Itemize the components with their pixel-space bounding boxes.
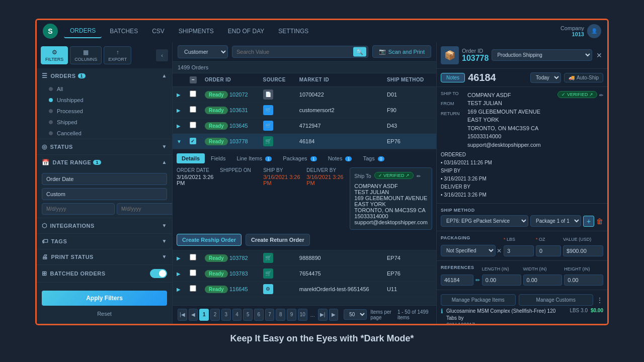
create-reship-btn[interactable]: Create Reship Order: [177, 234, 242, 246]
packaging-type-select[interactable]: Not Specified: [441, 245, 496, 256]
close-panel-btn[interactable]: ✕: [595, 50, 603, 60]
row-checkbox-4-checked[interactable]: ✓: [190, 138, 196, 144]
batched-orders-header[interactable]: ⊞ BATCHED ORDERS: [37, 265, 172, 282]
production-select[interactable]: Production Shipping: [492, 49, 592, 61]
export-btn[interactable]: ↑ EXPORT: [104, 46, 131, 64]
order-link-4[interactable]: 103778: [229, 138, 248, 144]
order-date-select[interactable]: Order Date: [42, 173, 167, 185]
filter-cancelled[interactable]: Cancelled: [37, 128, 172, 139]
expand-row-7[interactable]: ▶: [177, 287, 181, 292]
height-input[interactable]: [564, 275, 603, 286]
row-checkbox-1[interactable]: [190, 90, 196, 97]
length-input[interactable]: [482, 275, 521, 286]
columns-btn[interactable]: ▦ COLUMNS: [70, 46, 102, 64]
reset-btn[interactable]: Reset: [42, 309, 167, 319]
per-page-select[interactable]: 50: [344, 309, 367, 320]
row-checkbox-2[interactable]: [190, 106, 196, 113]
select-all-checkbox[interactable]: –: [190, 76, 197, 83]
nav-batches[interactable]: BATCHES: [104, 25, 144, 38]
date-to-input[interactable]: [117, 203, 173, 215]
width-input[interactable]: [523, 275, 562, 286]
page-2-btn[interactable]: 2: [210, 309, 220, 321]
filter-unshipped[interactable]: Unshipped: [37, 95, 172, 106]
page-7-btn[interactable]: 7: [265, 309, 275, 321]
page-last-btn[interactable]: ▶|: [318, 309, 328, 321]
more-options-btn[interactable]: ⋮: [596, 296, 603, 304]
order-link-2[interactable]: 103631: [229, 107, 248, 113]
apply-filters-btn[interactable]: Apply Filters: [42, 291, 167, 306]
tab-line-items[interactable]: Line Items 1: [231, 153, 277, 163]
integrations-header[interactable]: ⬡ INTEGRATIONS ▼: [37, 218, 172, 233]
tab-notes[interactable]: Notes 1: [323, 153, 357, 163]
expand-row-2[interactable]: ▶: [177, 108, 181, 113]
scan-print-btn[interactable]: 📷 Scan and Print: [372, 45, 431, 58]
order-link-3[interactable]: 103645: [229, 123, 248, 129]
nav-csv[interactable]: CSV: [146, 25, 171, 38]
lbs-input[interactable]: [504, 245, 534, 256]
nav-orders[interactable]: ORDERS: [64, 24, 102, 38]
status-header[interactable]: ◎ STATUS ▼: [37, 139, 172, 154]
manage-customs-btn[interactable]: Manage Customs: [519, 294, 594, 306]
ship-method-select[interactable]: EP76: EPG ePacket Service: [441, 215, 528, 227]
nav-shipments[interactable]: SHIPMENTS: [173, 25, 220, 38]
print-status-header[interactable]: 🖨 PRINT STATUS ▼: [37, 249, 172, 264]
tab-packages[interactable]: Packages 1: [278, 153, 321, 163]
page-next-btn[interactable]: ▶: [329, 309, 339, 321]
create-return-btn[interactable]: Create Return Order: [246, 234, 310, 246]
tab-details[interactable]: Details: [177, 153, 205, 163]
page-3-btn[interactable]: 3: [221, 309, 231, 321]
expand-row-6[interactable]: ▶: [177, 271, 181, 277]
reference-input[interactable]: [441, 275, 473, 286]
order-link-6[interactable]: 103783: [229, 270, 248, 277]
filter-shipped[interactable]: Shipped: [37, 117, 172, 128]
oz-input[interactable]: [536, 245, 561, 256]
page-9-btn[interactable]: 9: [287, 309, 296, 321]
order-link-5[interactable]: 103782: [229, 255, 248, 261]
tab-fields[interactable]: Fields: [206, 153, 230, 163]
expand-row-1[interactable]: ▶: [177, 92, 181, 98]
nav-settings[interactable]: SETTINGS: [272, 25, 314, 38]
orders-section-header[interactable]: ☰ ORDERS 1 ▲: [37, 68, 172, 83]
batched-toggle[interactable]: [150, 269, 167, 278]
filters-btn[interactable]: ⚙ FILTERS: [41, 46, 68, 64]
expand-row-5[interactable]: ▶: [177, 255, 181, 261]
tab-tags[interactable]: Tags 0: [358, 153, 389, 163]
page-prev-btn[interactable]: ◀: [189, 309, 198, 321]
value-input[interactable]: [563, 245, 603, 256]
ship-to-edit-btn[interactable]: ✏: [417, 173, 421, 179]
date-from-input[interactable]: [42, 203, 115, 215]
row-checkbox-7[interactable]: [190, 285, 196, 292]
page-1-btn[interactable]: 1: [199, 309, 209, 321]
page-6-btn[interactable]: 6: [254, 309, 264, 321]
clear-packaging-btn[interactable]: ✕: [497, 247, 502, 254]
custom-select[interactable]: Custom: [42, 188, 167, 200]
filter-processed[interactable]: Processed: [37, 106, 172, 117]
package-select[interactable]: Package 1 of 1: [530, 215, 581, 227]
search-input[interactable]: [232, 46, 368, 58]
row-checkbox-3[interactable]: [190, 122, 196, 128]
page-first-btn[interactable]: |◀: [178, 309, 187, 321]
page-4-btn[interactable]: 4: [232, 309, 242, 321]
page-5-btn[interactable]: 5: [243, 309, 253, 321]
sidebar-collapse-btn[interactable]: ‹: [156, 49, 168, 61]
tags-header[interactable]: 🏷 TAGS ▼: [37, 234, 172, 249]
row-checkbox-5[interactable]: [190, 254, 196, 260]
add-package-btn[interactable]: +: [583, 216, 594, 227]
page-8-btn[interactable]: 8: [276, 309, 285, 321]
date-range-header[interactable]: 📅 DATE RANGE 1 ▲: [37, 155, 172, 170]
reference-edit-btn[interactable]: ✏: [475, 277, 480, 284]
expand-row-3[interactable]: ▶: [177, 123, 181, 129]
delete-package-btn[interactable]: 🗑: [596, 217, 603, 225]
row-checkbox-6[interactable]: [190, 269, 196, 276]
manage-package-items-btn[interactable]: Manage Package Items: [441, 294, 516, 306]
rp-ship-edit-btn[interactable]: ✏: [599, 93, 603, 98]
notes-btn[interactable]: Notes: [441, 73, 465, 82]
today-select[interactable]: Today: [530, 72, 561, 83]
nav-end-of-day[interactable]: END OF DAY: [222, 25, 270, 38]
order-link-7[interactable]: 116645: [229, 286, 248, 292]
page-10-btn[interactable]: 10: [298, 309, 307, 321]
expand-row-4[interactable]: ▼: [177, 139, 182, 144]
search-by-select[interactable]: Customer: [178, 45, 228, 58]
order-link-1[interactable]: 102072: [229, 92, 248, 98]
filter-all[interactable]: All: [37, 83, 172, 95]
